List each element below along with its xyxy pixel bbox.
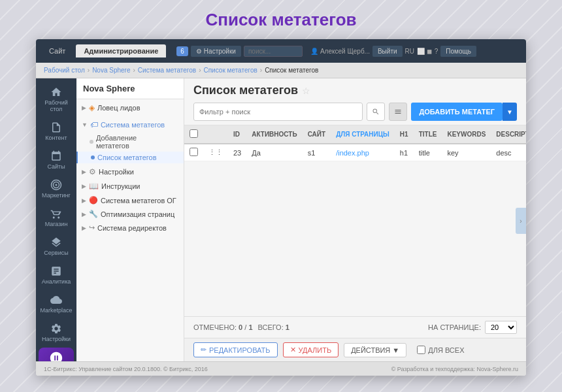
sidebar-label-marketplace: Marketplace bbox=[40, 307, 72, 314]
sidebar-item-shop[interactable]: Магазин bbox=[37, 204, 75, 231]
breadcrumb: Рабочий стол › Nova Sphere › Система мет… bbox=[36, 63, 526, 78]
edit-button[interactable]: ✏ РЕДАКТИРОВАТЬ bbox=[193, 342, 278, 357]
book-icon: 📖 bbox=[89, 182, 99, 191]
cloud-icon bbox=[50, 294, 62, 306]
nav-header-title: Nova Sphere bbox=[76, 78, 184, 99]
divider-icons: ⬜ ◼ bbox=[417, 48, 432, 55]
tab-site[interactable]: Сайт bbox=[41, 44, 73, 57]
lang-selector[interactable]: RU bbox=[405, 48, 414, 55]
sidebar-item-services[interactable]: Сервисы bbox=[37, 233, 75, 260]
breadcrumb-item-2[interactable]: Система метатегов bbox=[138, 67, 196, 74]
sidebar-item-marketing[interactable]: Маркетинг bbox=[37, 175, 75, 203]
og-icon: 🔴 bbox=[89, 196, 98, 204]
row-h1: h1 bbox=[395, 144, 414, 161]
delete-icon: ✕ bbox=[290, 346, 296, 354]
content-header: Список метатегов ☆ ДОБАВИТЬ МЕТАТЕГ ▼ bbox=[184, 78, 526, 125]
sidebar-item-sites[interactable]: Сайты bbox=[37, 146, 75, 174]
file-icon bbox=[50, 122, 62, 133]
breadcrumb-item-1[interactable]: Nova Sphere bbox=[92, 67, 130, 74]
row-active: Да bbox=[246, 144, 302, 161]
filter-search-button[interactable] bbox=[367, 103, 385, 121]
per-page-select[interactable]: 20 50 100 bbox=[485, 321, 517, 334]
arrow-icon: ▶ bbox=[82, 105, 86, 111]
column-settings-icon bbox=[394, 108, 402, 116]
nav-sub-list-metatag[interactable]: Список метатегов bbox=[76, 152, 184, 163]
arrow-icon-5: ▶ bbox=[82, 211, 86, 218]
chart-icon bbox=[50, 265, 62, 277]
settings-button[interactable]: ⚙ Настройки bbox=[191, 46, 241, 57]
tab-admin[interactable]: Администрирование bbox=[76, 44, 166, 57]
sidebar-item-settings[interactable]: Настройки bbox=[37, 319, 75, 346]
gear-icon: ⚙ bbox=[196, 48, 202, 55]
user-icon: 👤 bbox=[310, 48, 318, 55]
nav-sub-add-metatag[interactable]: Добавление метатегов bbox=[76, 132, 184, 152]
sidebar-item-content[interactable]: Контент bbox=[37, 118, 75, 145]
row-drag[interactable]: ⋮⋮ bbox=[203, 144, 228, 161]
table-row: ⋮⋮ 23 Да s1 /index.php h1 title key desc bbox=[184, 144, 526, 161]
row-page-link[interactable]: /index.php bbox=[336, 149, 369, 157]
metatags-table: ID АКТИВНОСТЬ САЙТ ДЛЯ СТРАНИЦЫ H1 TITLE… bbox=[184, 125, 526, 161]
arrow-icon-2: ▶ bbox=[82, 169, 86, 175]
delete-button[interactable]: ✕ УДАЛИТЬ bbox=[283, 342, 339, 357]
sidebar-label-settings: Настройки bbox=[42, 336, 71, 342]
actions-dropdown[interactable]: ДЕЙСТВИЯ ▼ bbox=[344, 343, 406, 357]
column-settings-button[interactable] bbox=[389, 103, 407, 121]
cart-icon bbox=[50, 208, 62, 220]
nav-item-navset[interactable]: ▶ ⚙ Настройки bbox=[76, 165, 184, 179]
notification-badge[interactable]: 6 bbox=[176, 46, 188, 56]
per-page-label: НА СТРАНИЦЕ: bbox=[428, 323, 481, 331]
nav-item-metatags[interactable]: ▼ 🏷 Система метатегов bbox=[76, 118, 184, 132]
row-checkbox[interactable] bbox=[184, 144, 203, 161]
row-select-checkbox[interactable] bbox=[190, 148, 198, 156]
sidebar-item-marketplace[interactable]: Marketplace bbox=[37, 290, 75, 318]
sidebar-label-analytics: Аналитика bbox=[42, 278, 71, 285]
drag-handle-icon: ⋮⋮ bbox=[208, 148, 223, 156]
nav-item-optimization[interactable]: ▶ 🔧 Оптимизация страниц bbox=[76, 207, 184, 221]
nav-item-leads[interactable]: ▶ ◈ Ловец лидов bbox=[76, 101, 184, 115]
nav-item-og[interactable]: ▶ 🔴 Система метатегов ОГ bbox=[76, 193, 184, 207]
th-site: САЙТ bbox=[303, 125, 331, 144]
nav-menu: Nova Sphere ▶ ◈ Ловец лидов ▼ 🏷 Система … bbox=[76, 78, 184, 361]
add-metatag-button[interactable]: ДОБАВИТЬ МЕТАТЕГ bbox=[411, 103, 503, 121]
question-icon: ? bbox=[435, 48, 438, 55]
breadcrumb-item-3[interactable]: Список метатегов bbox=[203, 67, 257, 74]
search-input-top[interactable] bbox=[244, 46, 303, 57]
home-icon bbox=[50, 86, 62, 98]
row-page[interactable]: /index.php bbox=[331, 144, 395, 161]
breadcrumb-item-0[interactable]: Рабочий стол bbox=[44, 67, 85, 74]
filter-row: ДОБАВИТЬ МЕТАТЕГ ▼ bbox=[193, 103, 517, 121]
row-keywords: key bbox=[442, 144, 491, 161]
th-h1: H1 bbox=[395, 125, 414, 144]
for-all-checkbox[interactable] bbox=[417, 346, 425, 354]
for-all-container: ДЛЯ ВСЕХ bbox=[417, 346, 464, 354]
nav-item-instructions[interactable]: ▶ 📖 Инструкции bbox=[76, 179, 184, 193]
content-area: Список метатегов ☆ ДОБАВИТЬ МЕТАТЕГ ▼ bbox=[184, 78, 526, 361]
th-page[interactable]: ДЛЯ СТРАНИЦЫ bbox=[331, 125, 395, 144]
calendar-icon bbox=[50, 150, 62, 162]
sidebar-left: Рабочий стол Контент Сайты Маркетинг Маг… bbox=[36, 78, 76, 361]
add-metatag-dropdown[interactable]: ▼ bbox=[503, 103, 517, 121]
dot-active-icon bbox=[91, 155, 95, 159]
favorite-star-icon[interactable]: ☆ bbox=[302, 86, 310, 96]
sidebar-item-analytics[interactable]: Аналитика bbox=[37, 261, 75, 289]
filter-input[interactable] bbox=[193, 103, 363, 121]
actions-bar: ✏ РЕДАКТИРОВАТЬ ✕ УДАЛИТЬ ДЕЙСТВИЯ ▼ ДЛЯ… bbox=[184, 338, 526, 361]
sidebar-label-services: Сервисы bbox=[44, 250, 68, 256]
nav-item-redirect[interactable]: ▶ ↪ Система редиректов bbox=[76, 221, 184, 235]
page-title: Список метатегов bbox=[205, 10, 356, 30]
footer-left-text: 1С-Битрикс: Управление сайтом 20.0.1800.… bbox=[44, 366, 208, 372]
sidebar-label-shop: Магазин bbox=[45, 221, 68, 227]
help-button[interactable]: Помощь bbox=[440, 46, 476, 57]
tag-icon: 🏷 bbox=[90, 120, 98, 129]
nova-sphere-button[interactable]: Nova Sphere bbox=[39, 348, 74, 361]
th-active: АКТИВНОСТЬ bbox=[246, 125, 302, 144]
scroll-handle[interactable]: › bbox=[516, 208, 526, 234]
select-all-checkbox[interactable] bbox=[190, 129, 198, 138]
funnel-icon: ◈ bbox=[89, 103, 95, 112]
content-title-row: Список метатегов ☆ bbox=[193, 84, 517, 97]
magnifier-icon bbox=[372, 108, 380, 116]
redirect-icon: ↪ bbox=[89, 223, 95, 232]
sidebar-item-dashboard[interactable]: Рабочий стол bbox=[37, 82, 75, 116]
footer-right-text: © Разработка и техподдержка: Nova-Sphere… bbox=[391, 366, 518, 372]
exit-button[interactable]: Выйти bbox=[372, 46, 403, 57]
